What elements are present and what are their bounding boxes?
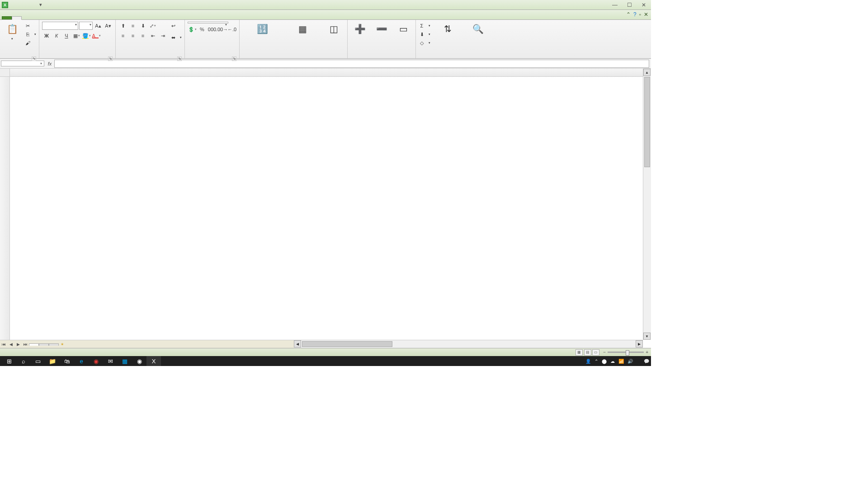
italic-icon[interactable]: К	[52, 32, 61, 40]
edge-icon[interactable]: e	[74, 356, 89, 366]
clipboard-dialog-icon[interactable]: ⬊	[32, 56, 36, 61]
tray-expand-icon[interactable]: ⌃	[594, 359, 598, 364]
new-sheet-icon[interactable]: ✶	[59, 342, 66, 347]
mail-icon[interactable]: ✉	[103, 356, 118, 366]
cell-styles-button[interactable]: ◫	[323, 22, 344, 37]
align-right-icon[interactable]: ≡	[138, 32, 147, 40]
autosum-button[interactable]: Σ▾	[419, 22, 430, 30]
view-pagebreak-icon[interactable]: ▭	[592, 349, 599, 356]
scroll-up-icon[interactable]: ▲	[643, 69, 651, 76]
store-icon[interactable]: 🛍	[60, 356, 74, 366]
app-icon[interactable]: ▦	[118, 356, 132, 366]
increase-font-icon[interactable]: A▴	[94, 22, 103, 30]
horizontal-scrollbar[interactable]: ◀ ▶	[294, 340, 643, 348]
tab-data[interactable]	[52, 16, 61, 19]
minimize-button[interactable]: —	[609, 1, 620, 9]
sheet-nav-next-icon[interactable]: ▶	[14, 342, 22, 347]
window-restore-icon[interactable]: ▫	[639, 11, 641, 18]
delete-cells-button[interactable]: ➖	[372, 22, 391, 37]
fill-button[interactable]: ⬇▾	[419, 30, 430, 38]
tab-page-layout[interactable]	[32, 16, 42, 19]
window-close-icon[interactable]: ✕	[644, 11, 648, 18]
paste-button[interactable]: 📋▾	[3, 22, 22, 42]
notifications-icon[interactable]: 💬	[644, 359, 649, 364]
alignment-dialog-icon[interactable]: ⬊	[177, 56, 182, 61]
fill-color-icon[interactable]: 🪣	[82, 32, 91, 40]
number-dialog-icon[interactable]: ⬊	[232, 56, 236, 61]
align-middle-icon[interactable]: ≡	[128, 22, 137, 30]
tab-formulas[interactable]	[42, 16, 52, 19]
clear-button[interactable]: ◇▾	[419, 39, 430, 47]
mcafee-icon[interactable]: ◉	[89, 356, 103, 366]
name-box[interactable]	[1, 61, 44, 66]
qat-dropdown-icon[interactable]: ▾	[37, 1, 44, 9]
start-button[interactable]: ⊞	[2, 356, 16, 366]
volume-icon[interactable]: 🔊	[627, 359, 633, 364]
hscroll-thumb[interactable]	[302, 341, 392, 347]
sheet-tab-3[interactable]	[49, 343, 59, 346]
view-normal-icon[interactable]: ▦	[576, 349, 583, 356]
format-cells-button[interactable]: ▭	[394, 22, 413, 37]
zoom-out-icon[interactable]: −	[603, 350, 606, 355]
sheet-tab-2[interactable]	[39, 343, 49, 346]
select-all-corner[interactable]	[0, 69, 10, 77]
sort-filter-button[interactable]: ⇅	[433, 22, 462, 37]
formula-input[interactable]	[54, 60, 649, 68]
decrease-decimal-icon[interactable]: ←.0	[227, 25, 236, 33]
conditional-format-button[interactable]: 🔢	[242, 22, 282, 37]
help-icon[interactable]: ?	[633, 11, 637, 18]
onedrive-icon[interactable]: ☁	[610, 359, 615, 364]
number-format-select[interactable]	[188, 22, 228, 23]
task-view-icon[interactable]: ▭	[31, 356, 45, 366]
file-explorer-icon[interactable]: 📁	[45, 356, 60, 366]
tab-home[interactable]	[12, 16, 22, 20]
decrease-indent-icon[interactable]: ⇤	[148, 32, 157, 40]
undo-icon[interactable]	[19, 1, 26, 9]
border-icon[interactable]: ▦	[72, 32, 81, 40]
cut-button[interactable]: ✂	[24, 22, 36, 30]
align-center-icon[interactable]: ≡	[128, 32, 137, 40]
accounting-format-icon[interactable]: 💲	[188, 25, 197, 33]
excel-taskbar-icon[interactable]: X	[146, 356, 161, 366]
font-name-select[interactable]	[42, 22, 78, 30]
tray-icon[interactable]: ⬤	[602, 359, 607, 364]
vscroll-thumb[interactable]	[644, 77, 650, 167]
scroll-down-icon[interactable]: ▼	[643, 333, 651, 340]
merge-center-button[interactable]: ⬌▾	[170, 33, 182, 42]
people-icon[interactable]: 👤	[585, 359, 591, 364]
save-icon[interactable]	[10, 1, 17, 9]
close-button[interactable]: ✕	[638, 1, 649, 9]
wrap-text-button[interactable]: ↩	[170, 22, 182, 30]
scroll-left-icon[interactable]: ◀	[294, 340, 301, 347]
zoom-in-icon[interactable]: +	[646, 350, 648, 355]
cells-area[interactable]	[10, 77, 643, 340]
column-headers[interactable]	[10, 69, 643, 77]
format-painter-button[interactable]: 🖌	[24, 39, 36, 47]
bold-icon[interactable]: Ж	[42, 32, 51, 40]
sheet-nav-last-icon[interactable]: ⏭	[22, 342, 29, 347]
sheet-tab-1[interactable]	[29, 343, 39, 346]
sheet-nav-prev-icon[interactable]: ◀	[7, 342, 14, 347]
decrease-font-icon[interactable]: A▾	[104, 22, 113, 30]
align-left-icon[interactable]: ≡	[118, 32, 127, 40]
view-layout-icon[interactable]: ▤	[584, 349, 591, 356]
font-dialog-icon[interactable]: ⬊	[108, 56, 113, 61]
align-top-icon[interactable]: ⬆	[118, 22, 127, 30]
font-color-icon[interactable]: A	[92, 32, 101, 40]
orientation-icon[interactable]: ⤢	[148, 22, 157, 30]
minimize-ribbon-icon[interactable]: ⌃	[626, 11, 631, 18]
percent-icon[interactable]: %	[198, 25, 207, 33]
tab-file[interactable]	[2, 16, 12, 19]
find-select-button[interactable]: 🔍	[465, 22, 491, 37]
format-table-button[interactable]: ▦	[285, 22, 320, 37]
tab-insert[interactable]	[22, 16, 32, 19]
vertical-scrollbar[interactable]: ▲ ▼	[643, 69, 651, 340]
font-size-select[interactable]	[79, 22, 93, 30]
comma-icon[interactable]: 000	[208, 25, 217, 33]
zoom-slider[interactable]	[608, 352, 644, 353]
tab-review[interactable]	[61, 16, 71, 19]
spreadsheet-grid[interactable]: ▲ ▼ ◀ ▶ ⏮ ◀ ▶ ⏭ ✶	[0, 69, 651, 348]
insert-cells-button[interactable]: ➕	[350, 22, 369, 37]
sheet-nav-first-icon[interactable]: ⏮	[0, 342, 7, 347]
fx-icon[interactable]: fx	[45, 61, 54, 66]
